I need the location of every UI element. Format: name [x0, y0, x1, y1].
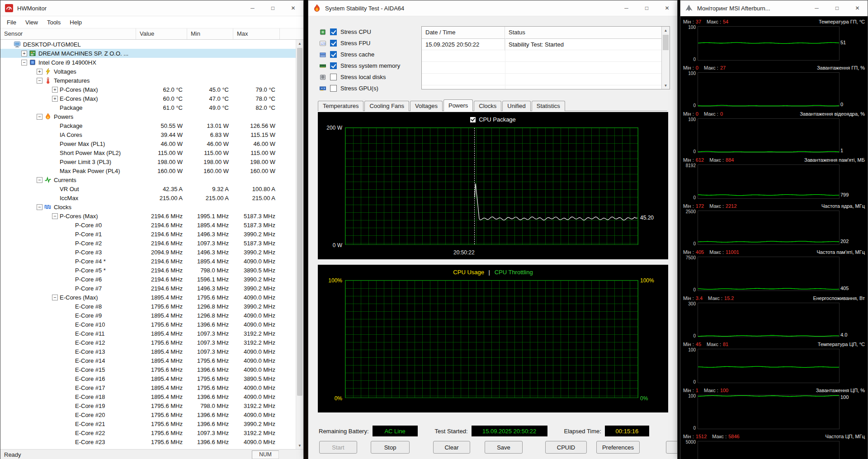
table-row[interactable]: −Currents [0, 175, 296, 184]
column-header-value[interactable]: Value [136, 28, 187, 39]
maximize-icon[interactable]: □ [827, 0, 847, 16]
log-row[interactable]: 15.09.2025 20:50:22 Stability Test: Star… [422, 39, 661, 51]
tab-voltages[interactable]: Voltages [410, 101, 443, 111]
log-column-datetime[interactable]: Date / Time [422, 27, 505, 38]
stress-option-row[interactable]: Stress GPU(s) [319, 83, 400, 94]
stress-option-row[interactable]: Stress CPU [319, 26, 400, 37]
scroll-down-icon[interactable]: ▼ [296, 442, 303, 449]
scroll-up-icon[interactable]: ▲ [296, 40, 303, 47]
stress-checkbox[interactable] [330, 85, 337, 92]
table-row[interactable]: E-Core #211795.6 MHz1396.6 MHz3990.2 MHz [0, 419, 296, 428]
maximize-icon[interactable]: □ [263, 0, 283, 16]
table-row[interactable]: E-Core #161895.4 MHz1795.6 MHz3890.5 MHz [0, 374, 296, 383]
table-row[interactable]: DESKTOP-UTGM0EL [0, 40, 296, 49]
table-row[interactable]: Package61.0 °C49.0 °C82.0 °C [0, 103, 296, 112]
stress-checkbox[interactable] [330, 40, 337, 47]
table-row[interactable]: P-Core #12194.6 MHz1496.3 MHz3990.2 MHz [0, 230, 296, 239]
table-row[interactable]: +E-Cores (Max)60.0 °C47.0 °C78.0 °C [0, 94, 296, 103]
table-row[interactable]: IccMax215.00 A215.00 A215.00 A [0, 193, 296, 202]
collapse-icon[interactable]: − [37, 78, 42, 84]
tab-powers[interactable]: Powers [443, 99, 473, 111]
tab-cooling-fans[interactable]: Cooling Fans [364, 101, 409, 111]
table-row[interactable]: E-Core #131895.4 MHz1097.3 MHz4090.0 MHz [0, 347, 296, 356]
menu-view[interactable]: View [21, 16, 42, 28]
tab-temperatures[interactable]: Temperatures [318, 101, 363, 111]
table-row[interactable]: E-Core #201795.6 MHz1396.6 MHz4090.0 MHz [0, 410, 296, 419]
tab-unified[interactable]: Unified [502, 101, 530, 111]
table-row[interactable]: E-Core #111895.4 MHz1097.3 MHz3192.2 MHz [0, 329, 296, 338]
table-row[interactable]: Power Max (PL1)46.00 W46.00 W46.00 W [0, 139, 296, 148]
table-row[interactable]: Max Peak Power (PL4)160.00 W160.00 W160.… [0, 166, 296, 175]
table-row[interactable]: P-Core #72194.6 MHz1496.3 MHz3990.2 MHz [0, 284, 296, 293]
scrollbar[interactable]: ▲ ▼ [661, 27, 670, 89]
table-row[interactable]: E-Core #101795.6 MHz1396.6 MHz4090.0 MHz [0, 320, 296, 329]
minimize-icon[interactable]: ─ [807, 0, 827, 16]
aida64-titlebar[interactable]: System Stability Test - AIDA64 ─ □ ✕ [308, 0, 677, 16]
table-row[interactable]: E-Core #151795.6 MHz1396.6 MHz4090.0 MHz [0, 365, 296, 374]
hwmonitor-titlebar[interactable]: HWMonitor ─ □ ✕ [0, 0, 303, 16]
table-row[interactable]: P-Core #4 *2194.6 MHz1895.4 MHz4090.0 MH… [0, 257, 296, 266]
menu-file[interactable]: File [2, 16, 21, 28]
table-row[interactable]: −Intel Core i9 14900HX [0, 58, 296, 67]
table-row[interactable]: P-Core #62194.6 MHz1596.1 MHz3990.2 MHz [0, 275, 296, 284]
expand-icon[interactable]: + [21, 51, 27, 56]
table-row[interactable]: E-Core #231795.6 MHz1396.6 MHz4090.0 MHz [0, 437, 296, 446]
collapse-icon[interactable]: − [37, 177, 42, 183]
cpuid-button[interactable]: CPUID [545, 441, 587, 454]
table-row[interactable]: −P-Cores (Max)2194.6 MHz1995.1 MHz5187.3… [0, 211, 296, 220]
table-row[interactable]: P-Core #32094.9 MHz1496.3 MHz3990.2 MHz [0, 248, 296, 257]
close-button[interactable]: Close [666, 441, 677, 454]
table-row[interactable]: −Clocks [0, 202, 296, 211]
table-row[interactable]: +DREAM MACHINES SP. Z O.O. ... [0, 49, 296, 58]
scroll-up-icon[interactable]: ▲ [662, 27, 670, 34]
column-header-min[interactable]: Min [187, 28, 233, 39]
column-header-max[interactable]: Max [233, 28, 280, 39]
close-icon[interactable]: ✕ [657, 0, 677, 16]
table-row[interactable]: +P-Cores (Max)62.0 °C45.0 °C79.0 °C [0, 85, 296, 94]
table-row[interactable]: P-Core #5 *2194.6 MHz798.0 MHz3890.5 MHz [0, 266, 296, 275]
afterburner-titlebar[interactable]: Моніторинг MSI Afterburn... ─ □ ✕ [680, 0, 868, 16]
table-row[interactable]: E-Core #81795.6 MHz1296.8 MHz3990.2 MHz [0, 302, 296, 311]
collapse-icon[interactable]: − [21, 60, 27, 66]
table-row[interactable]: +Voltages [0, 67, 296, 76]
close-icon[interactable]: ✕ [847, 0, 868, 16]
collapse-icon[interactable]: − [37, 114, 42, 120]
collapse-icon[interactable]: − [37, 204, 42, 210]
expand-icon[interactable]: + [37, 69, 42, 75]
scrollbar[interactable]: ▲ ▼ [296, 40, 303, 449]
table-row[interactable]: −Temperatures [0, 76, 296, 85]
tab-clocks[interactable]: Clocks [474, 101, 501, 111]
stop-button[interactable]: Stop [371, 441, 410, 454]
log-column-status[interactable]: Status [505, 27, 661, 38]
menu-help[interactable]: Help [65, 16, 86, 28]
stress-option-row[interactable]: Stress local disks [319, 71, 400, 83]
collapse-icon[interactable]: − [52, 295, 58, 300]
table-row[interactable]: Package50.55 W13.01 W126.56 W [0, 121, 296, 130]
table-row[interactable]: E-Core #221795.6 MHz1097.3 MHz3192.2 MHz [0, 428, 296, 437]
minimize-icon[interactable]: ─ [242, 0, 263, 16]
stress-option-row[interactable]: Stress system memory [319, 60, 400, 71]
stress-option-row[interactable]: Stress cache [319, 49, 400, 60]
cpu-package-checkbox[interactable] [470, 117, 476, 122]
stress-checkbox[interactable] [330, 74, 337, 80]
table-row[interactable]: E-Core #171895.4 MHz1795.6 MHz4090.0 MHz [0, 383, 296, 392]
table-row[interactable]: E-Core #141895.4 MHz1795.6 MHz4090.0 MHz [0, 356, 296, 365]
preferences-button[interactable]: Preferences [596, 441, 640, 454]
table-row[interactable]: P-Core #22194.6 MHz1097.3 MHz5187.3 MHz [0, 239, 296, 248]
table-row[interactable]: Short Power Max (PL2)115.00 W115.00 W115… [0, 148, 296, 157]
scroll-down-icon[interactable]: ▼ [662, 82, 670, 89]
close-icon[interactable]: ✕ [283, 0, 303, 16]
stress-checkbox[interactable] [330, 51, 337, 58]
table-row[interactable]: VR Out42.35 A9.32 A100.80 A [0, 184, 296, 193]
expand-icon[interactable]: + [52, 87, 58, 93]
minimize-icon[interactable]: ─ [616, 0, 637, 16]
clear-button[interactable]: Clear [433, 441, 470, 454]
stress-option-row[interactable]: 123Stress FPU [319, 37, 400, 49]
menu-tools[interactable]: Tools [42, 16, 65, 28]
stress-checkbox[interactable] [330, 62, 337, 69]
expand-icon[interactable]: + [52, 96, 58, 102]
tab-statistics[interactable]: Statistics [532, 101, 565, 111]
scrollbar-thumb[interactable] [297, 48, 302, 396]
column-header-sensor[interactable]: Sensor [0, 28, 136, 39]
table-row[interactable]: E-Core #181895.4 MHz1396.6 MHz4090.0 MHz [0, 392, 296, 401]
